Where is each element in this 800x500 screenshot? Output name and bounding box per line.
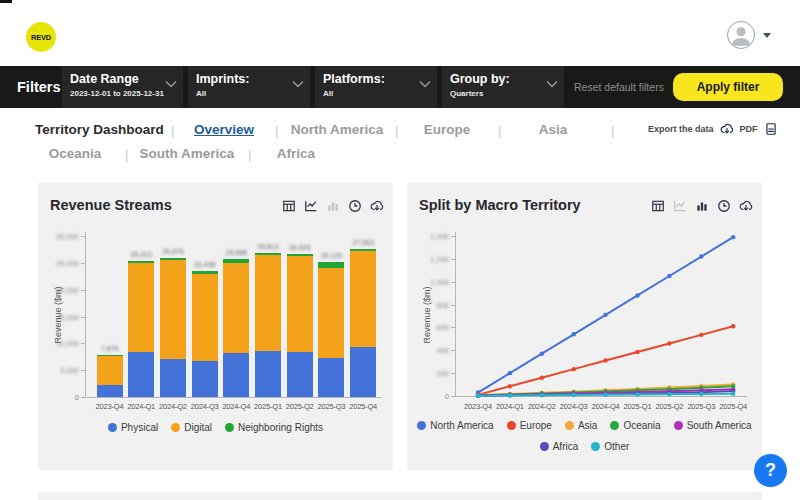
- tab-separator: |: [611, 123, 614, 138]
- tab-africa[interactable]: Africa: [277, 146, 315, 161]
- user-avatar[interactable]: [727, 21, 755, 49]
- legend-item[interactable]: Oceania: [610, 420, 660, 431]
- data-point[interactable]: [603, 358, 607, 362]
- bar-segment[interactable]: [350, 249, 376, 251]
- legend-item[interactable]: Other: [591, 441, 629, 452]
- export-pdf-link[interactable]: PDF: [740, 124, 758, 134]
- reset-filters-link[interactable]: Reset default filters: [574, 81, 664, 93]
- bar-segment[interactable]: [255, 351, 281, 397]
- bar-segment[interactable]: [97, 355, 123, 384]
- legend-dot: [591, 442, 600, 451]
- legend-item[interactable]: North America: [417, 420, 493, 431]
- bar-segment[interactable]: [287, 256, 313, 352]
- tab-territory-dashboard[interactable]: Territory Dashboard: [35, 122, 164, 137]
- tab-overview[interactable]: Overview: [194, 122, 254, 137]
- data-point[interactable]: [635, 293, 639, 297]
- apply-filter-button[interactable]: Apply filter: [673, 73, 783, 101]
- legend-item[interactable]: Europe: [507, 420, 552, 431]
- data-point[interactable]: [667, 274, 671, 278]
- bar-segment[interactable]: [350, 251, 376, 346]
- data-point[interactable]: [731, 235, 735, 239]
- legend-item[interactable]: Asia: [565, 420, 597, 431]
- tab-europe[interactable]: Europe: [424, 122, 471, 137]
- data-point[interactable]: [731, 324, 735, 328]
- download-cloud-icon[interactable]: [720, 122, 734, 136]
- x-tick-label: 2025-Q1: [624, 402, 652, 411]
- bar-segment[interactable]: [287, 352, 313, 397]
- tab-south-america[interactable]: South America: [140, 146, 235, 161]
- legend-item[interactable]: Digital: [171, 422, 212, 433]
- data-point[interactable]: [731, 392, 735, 396]
- data-point[interactable]: [540, 376, 544, 380]
- data-point[interactable]: [572, 332, 576, 336]
- bar-segment[interactable]: [192, 274, 218, 362]
- legend-item[interactable]: Physical: [108, 422, 158, 433]
- bar-total-label: 26,813: [257, 243, 278, 250]
- filter-imprints[interactable]: Imprints: All: [188, 66, 310, 108]
- export-controls: Export the data PDF: [648, 122, 778, 136]
- bar-segment[interactable]: [128, 263, 154, 352]
- data-point[interactable]: [508, 384, 512, 388]
- bar-segment[interactable]: [192, 271, 218, 273]
- data-point[interactable]: [572, 367, 576, 371]
- help-button[interactable]: ?: [754, 454, 787, 487]
- pdf-document-icon[interactable]: [764, 122, 778, 136]
- legend-dot: [507, 421, 516, 430]
- filter-group-by[interactable]: Group by: Quarters: [442, 66, 564, 108]
- bar-segment[interactable]: [318, 358, 344, 397]
- data-point[interactable]: [635, 350, 639, 354]
- filter-value: Quarters: [450, 89, 483, 98]
- data-point[interactable]: [699, 254, 703, 258]
- legend-item[interactable]: Africa: [540, 441, 579, 452]
- x-tick-label: 2024-Q1: [127, 402, 155, 411]
- bar-segment[interactable]: [318, 262, 344, 268]
- data-point[interactable]: [699, 392, 703, 396]
- filter-label: Group by:: [450, 72, 510, 86]
- bar-segment[interactable]: [318, 268, 344, 358]
- data-point[interactable]: [699, 333, 703, 337]
- data-point[interactable]: [603, 313, 607, 317]
- data-point[interactable]: [667, 341, 671, 345]
- filter-date-range[interactable]: Date Range 2023-12-01 to 2025-12-31: [62, 66, 183, 108]
- data-point[interactable]: [540, 352, 544, 356]
- data-point[interactable]: [508, 393, 512, 397]
- legend-item[interactable]: South America: [674, 420, 752, 431]
- bar-total-label: 25,313: [130, 251, 151, 258]
- bar-segment[interactable]: [287, 254, 313, 256]
- bar-segment[interactable]: [350, 347, 376, 397]
- tab-separator: |: [125, 147, 128, 162]
- bar-segment[interactable]: [255, 255, 281, 351]
- bar-segment[interactable]: [160, 258, 186, 260]
- bar-segment[interactable]: [223, 259, 249, 263]
- x-tick-label: 2025-Q4: [349, 402, 377, 411]
- bar-segment[interactable]: [223, 353, 249, 397]
- y-tick-mark: [81, 263, 85, 264]
- data-point[interactable]: [603, 393, 607, 397]
- export-data-link[interactable]: Export the data: [648, 124, 714, 134]
- bar-segment[interactable]: [97, 385, 123, 397]
- filter-platforms[interactable]: Platforms: All: [315, 66, 437, 108]
- legend-item[interactable]: Neighboring Rights: [225, 422, 323, 433]
- bar-segment[interactable]: [128, 261, 154, 263]
- data-point[interactable]: [635, 392, 639, 396]
- tab-asia[interactable]: Asia: [539, 122, 568, 137]
- tab-oceania[interactable]: Oceania: [49, 146, 102, 161]
- bar-segment[interactable]: [255, 253, 281, 255]
- data-point[interactable]: [540, 393, 544, 397]
- caret-down-icon[interactable]: [763, 33, 771, 38]
- tab-north-america[interactable]: North America: [291, 122, 384, 137]
- revo-logo[interactable]: REVD: [26, 22, 56, 52]
- y-tick-mark: [81, 370, 85, 371]
- bar-segment[interactable]: [160, 260, 186, 359]
- bar-segment[interactable]: [223, 263, 249, 353]
- data-point[interactable]: [667, 392, 671, 396]
- chart-legend: North AmericaEuropeAsiaOceaniaSouth Amer…: [407, 420, 762, 431]
- data-point[interactable]: [476, 393, 480, 397]
- data-point[interactable]: [572, 393, 576, 397]
- bar-segment[interactable]: [160, 359, 186, 397]
- bar-segment[interactable]: [192, 361, 218, 397]
- data-point[interactable]: [508, 371, 512, 375]
- y-tick-mark: [81, 317, 85, 318]
- y-tick-mark: [81, 343, 85, 344]
- bar-segment[interactable]: [128, 352, 154, 397]
